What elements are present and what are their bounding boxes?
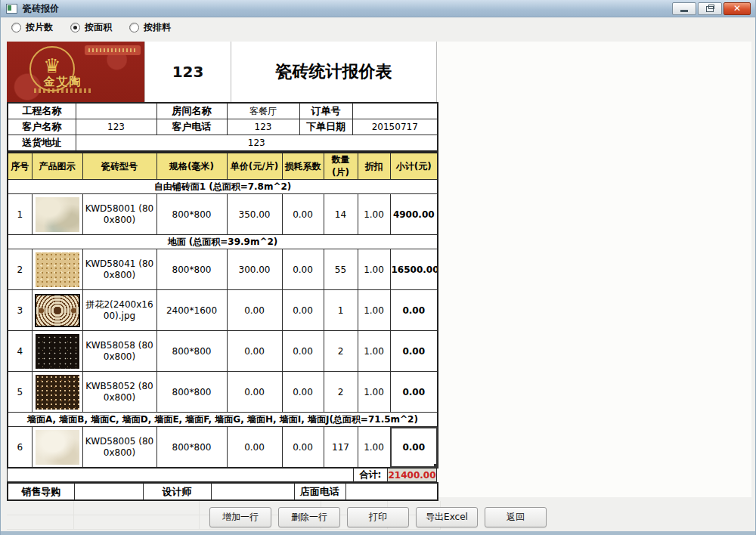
section-row-floor: 地面 (总面积=39.9m^2) [8, 235, 438, 249]
cell-loss[interactable]: 0.00 [282, 372, 324, 413]
brand-name: 金艾陶 [25, 75, 101, 89]
col-price: 单价(元/片) [227, 153, 282, 180]
cell-spec[interactable]: 800*800 [156, 372, 227, 413]
cell-qty[interactable]: 1 [324, 290, 358, 331]
print-button[interactable]: 打印 [347, 507, 409, 527]
close-button[interactable]: ✕ [723, 2, 751, 15]
cell-tile-image[interactable] [32, 194, 82, 235]
cell-model[interactable]: KWD58001 (800x800) [82, 194, 156, 235]
cell-subtotal[interactable]: 16500.00 [390, 249, 438, 290]
radio-by-piece[interactable]: 按片数 [11, 21, 53, 34]
designer-value[interactable] [211, 483, 294, 500]
order-info-table: 工程名称 房间名称 客餐厅 订单号 客户名称 123 客户电话 123 下单日期… [7, 102, 438, 152]
cell-model[interactable]: KWB58058 (800x800) [82, 331, 156, 372]
col-loss: 损耗系数 [282, 153, 324, 180]
section-row-free-area: 自由铺砖面1 (总面积=7.8m^2) [8, 180, 438, 194]
brand-logo: ♛ 金艾陶 [7, 42, 144, 102]
radio-by-layout[interactable]: 按排料 [129, 21, 171, 34]
maximize-button[interactable] [698, 2, 722, 15]
customer-phone-value[interactable]: 123 [227, 119, 299, 135]
title-bar: 瓷砖报价 ✕ [1, 0, 755, 17]
cell-subtotal[interactable]: 0.00 [390, 290, 438, 331]
cell-tile-image[interactable] [32, 331, 82, 372]
cell-discount[interactable]: 1.00 [358, 249, 390, 290]
cell-qty[interactable]: 14 [324, 194, 358, 235]
back-button[interactable]: 返回 [485, 507, 547, 527]
cell-spec[interactable]: 2400*1600 [156, 290, 227, 331]
cell-discount[interactable]: 1.00 [358, 331, 390, 372]
cell-loss[interactable]: 0.00 [282, 427, 324, 469]
cell-subtotal[interactable]: 0.00 [390, 372, 438, 413]
crown-icon: ♛ [43, 56, 60, 76]
cell-tile-image[interactable] [32, 372, 82, 413]
cell-spec[interactable]: 800*800 [156, 249, 227, 290]
store-phone-value[interactable] [345, 483, 438, 500]
cell-qty[interactable]: 55 [324, 249, 358, 290]
cell-tile-image[interactable] [32, 290, 82, 331]
cell-discount[interactable]: 1.00 [358, 372, 390, 413]
sales-guide-value[interactable] [74, 483, 143, 500]
order-code-cell[interactable]: 123 [144, 42, 231, 102]
minimize-button[interactable] [672, 2, 696, 15]
room-name-value[interactable]: 客餐厅 [227, 103, 299, 119]
cell-spec[interactable]: 800*800 [156, 331, 227, 372]
cell-qty[interactable]: 2 [324, 331, 358, 372]
cell-spec[interactable]: 800*800 [156, 427, 227, 469]
cell-subtotal[interactable]: 4900.00 [390, 194, 438, 235]
tile-preview-image [36, 334, 79, 369]
cell-subtotal-selected[interactable]: 0.00 [390, 427, 438, 469]
order-date-value[interactable]: 20150717 [352, 119, 438, 135]
project-name-value[interactable] [76, 103, 156, 119]
cell-price[interactable]: 0.00 [227, 290, 282, 331]
table-row: 4 KWB58058 (800x800) 800*800 0.00 0.00 2… [8, 331, 438, 372]
add-row-button[interactable]: 增加一行 [209, 507, 271, 527]
report-title: 瓷砖统计报价表 [231, 42, 437, 102]
table-row: 3 拼花2(2400x1600).jpg 2400*1600 0.00 0.00… [8, 290, 438, 331]
delivery-address-label: 送货地址 [8, 135, 76, 152]
delivery-address-value[interactable]: 123 [76, 135, 438, 152]
cell-model[interactable]: KWB58052 (800x800) [82, 372, 156, 413]
customer-name-label: 客户名称 [8, 119, 76, 135]
cell-price[interactable]: 0.00 [227, 331, 282, 372]
cell-price[interactable]: 300.00 [227, 249, 282, 290]
section-row-walls: 墙面A, 墙面B, 墙面C, 墙面D, 墙面E, 墙面F, 墙面G, 墙面H, … [8, 413, 438, 427]
col-qty: 数量(片) [324, 153, 358, 180]
cell-model[interactable]: KWD58005 (800x800) [82, 427, 156, 469]
minimize-icon [680, 10, 688, 12]
cell-loss[interactable]: 0.00 [282, 194, 324, 235]
cell-loss[interactable]: 0.00 [282, 249, 324, 290]
cell-tile-image[interactable] [32, 427, 82, 469]
column-header-row: 序号 产品图示 瓷砖型号 规格(毫米) 单价(元/片) 损耗系数 数量(片) 折… [8, 153, 438, 180]
items-table: 序号 产品图示 瓷砖型号 规格(毫米) 单价(元/片) 损耗系数 数量(片) 折… [7, 152, 438, 469]
radio-by-area[interactable]: 按面积 [70, 21, 112, 34]
col-spec: 规格(毫米) [156, 153, 227, 180]
quote-sheet: ♛ 金艾陶 123 瓷砖统计报价表 工程名称 房间名称 客餐厅 订单号 [7, 42, 751, 497]
cell-subtotal[interactable]: 0.00 [390, 331, 438, 372]
app-icon [6, 4, 17, 14]
cell-qty[interactable]: 117 [324, 427, 358, 469]
cell-model[interactable]: 拼花2(2400x1600).jpg [82, 290, 156, 331]
export-excel-button[interactable]: 导出Excel [416, 507, 478, 527]
order-no-label: 订单号 [299, 103, 352, 119]
cell-qty[interactable]: 2 [324, 372, 358, 413]
cell-discount[interactable]: 1.00 [358, 194, 390, 235]
customer-name-value[interactable]: 123 [76, 119, 156, 135]
cell-price[interactable]: 0.00 [227, 427, 282, 469]
cell-discount[interactable]: 1.00 [358, 290, 390, 331]
app-window: 瓷砖报价 ✕ 按片数 按面积 按排料 ♛ [0, 0, 756, 535]
cell-price[interactable]: 350.00 [227, 194, 282, 235]
delete-row-button[interactable]: 删除一行 [278, 507, 340, 527]
cell-loss[interactable]: 0.00 [282, 290, 324, 331]
tile-preview-image [36, 252, 79, 287]
cell-price[interactable]: 0.00 [227, 372, 282, 413]
order-no-value[interactable] [352, 103, 438, 119]
cell-discount[interactable]: 1.00 [358, 427, 390, 469]
table-row: 6 KWD58005 (800x800) 800*800 0.00 0.00 1… [8, 427, 438, 469]
cell-no: 6 [8, 427, 32, 469]
cell-tile-image[interactable] [32, 249, 82, 290]
cell-model[interactable]: KWD58041 (800x800) [82, 249, 156, 290]
tile-preview-image-selected [35, 294, 80, 327]
cell-loss[interactable]: 0.00 [282, 331, 324, 372]
maximize-icon [706, 6, 714, 12]
cell-spec[interactable]: 800*800 [156, 194, 227, 235]
